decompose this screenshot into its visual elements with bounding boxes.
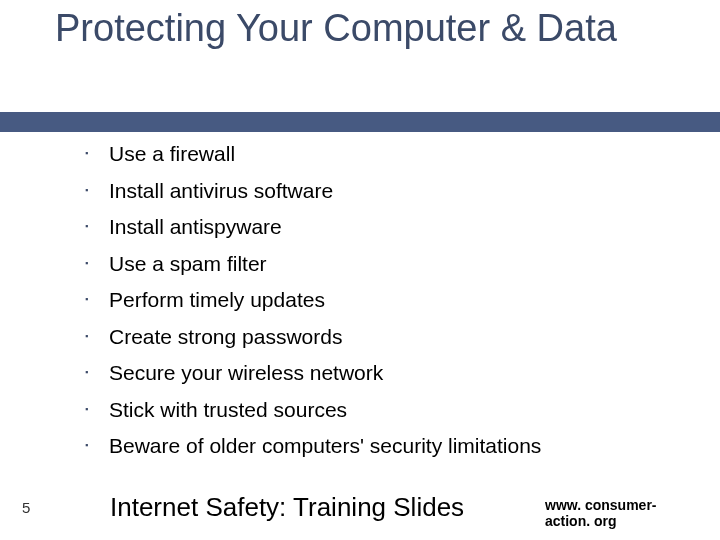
slide: Protecting Your Computer & Data Use a fi… (0, 0, 720, 540)
list-item: Beware of older computers' security limi… (85, 435, 685, 456)
footer-url-line2: action. org (545, 513, 617, 529)
list-item: Install antivirus software (85, 180, 685, 201)
footer-url: www. consumer- action. org (545, 497, 715, 529)
footer-caption: Internet Safety: Training Slides (110, 492, 464, 523)
list-item: Use a firewall (85, 143, 685, 164)
slide-title: Protecting Your Computer & Data (55, 7, 675, 50)
footer: 5 Internet Safety: Training Slides www. … (0, 484, 720, 540)
list-item: Perform timely updates (85, 289, 685, 310)
list-item: Use a spam filter (85, 253, 685, 274)
list-item: Create strong passwords (85, 326, 685, 347)
bullet-list: Use a firewall Install antivirus softwar… (85, 143, 685, 472)
list-item: Install antispyware (85, 216, 685, 237)
footer-url-line1: www. consumer- (545, 497, 657, 513)
list-item: Stick with trusted sources (85, 399, 685, 420)
page-number: 5 (22, 499, 30, 516)
accent-bar (0, 112, 720, 132)
list-item: Secure your wireless network (85, 362, 685, 383)
